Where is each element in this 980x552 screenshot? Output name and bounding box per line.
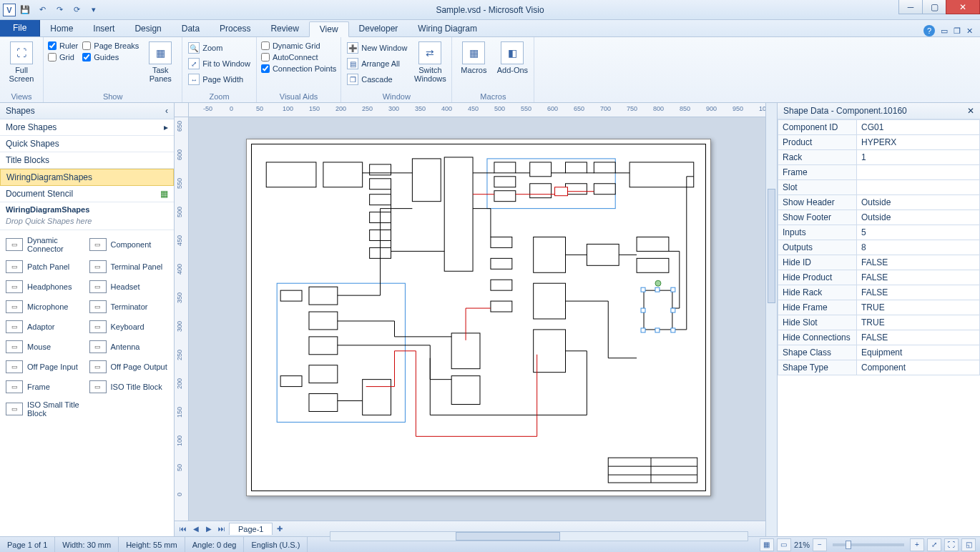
macro-record-icon[interactable]: ▦: [760, 538, 774, 551]
drawing-page[interactable]: [246, 139, 711, 496]
prev-page-button[interactable]: ◀: [190, 523, 202, 535]
shape-item[interactable]: ▭Terminal Panel: [89, 260, 169, 273]
data-value[interactable]: Outside: [857, 195, 980, 210]
shape-item[interactable]: ▭Headphones: [6, 280, 85, 293]
data-value[interactable]: TRUE: [857, 300, 980, 315]
canvas-viewport[interactable]: [189, 117, 765, 521]
cascade-button[interactable]: ❒Cascade: [346, 73, 408, 86]
h-scrollbar[interactable]: [330, 531, 748, 541]
data-value[interactable]: 5: [857, 225, 980, 240]
data-row[interactable]: Hide SlotTRUE: [778, 315, 980, 330]
maximize-button[interactable]: ▢: [922, 0, 946, 14]
ribbon-close-icon[interactable]: ✕: [966, 26, 973, 36]
data-value[interactable]: 8: [857, 240, 980, 255]
connection-points-checkbox[interactable]: Connection Points: [261, 64, 336, 73]
guides-checkbox[interactable]: Guides: [82, 53, 139, 61]
data-row[interactable]: Hide RackFALSE: [778, 285, 980, 300]
full-screen-button[interactable]: ⛶ Full Screen: [4, 39, 39, 86]
zoom-level[interactable]: 21%: [794, 541, 810, 549]
data-value[interactable]: CG01: [857, 120, 980, 135]
quick-shapes-row[interactable]: Quick Shapes: [0, 136, 174, 152]
data-value[interactable]: FALSE: [857, 330, 980, 345]
qat-save-icon[interactable]: 💾: [17, 2, 33, 18]
shape-item[interactable]: ▭Frame: [6, 380, 85, 393]
data-row[interactable]: Hide FrameTRUE: [778, 300, 980, 315]
addons-button[interactable]: ◧ Add-Ons: [495, 39, 529, 77]
minimize-button[interactable]: ─: [898, 0, 923, 14]
shape-item[interactable]: ▭ISO Title Block: [89, 380, 169, 393]
tab-home[interactable]: Home: [40, 21, 83, 36]
ruler-checkbox[interactable]: Ruler: [48, 41, 78, 50]
shape-item[interactable]: ▭Microphone: [6, 300, 85, 313]
stencil-edit-icon[interactable]: ▦: [160, 189, 168, 199]
wiring-diagram-shapes-row[interactable]: WiringDiagramShapes: [0, 169, 174, 186]
data-row[interactable]: Hide IDFALSE: [778, 255, 980, 270]
shape-item[interactable]: ▭Off Page Input: [6, 360, 85, 373]
data-value[interactable]: HYPERX: [857, 135, 980, 150]
page-breaks-checkbox[interactable]: Page Breaks: [82, 41, 139, 50]
shape-item[interactable]: ▭Off Page Output: [89, 360, 169, 373]
page-tab[interactable]: Page-1: [229, 523, 273, 535]
data-value[interactable]: 1: [857, 150, 980, 165]
data-value[interactable]: Equipment: [857, 345, 980, 360]
last-page-button[interactable]: ⏭: [216, 523, 227, 535]
shape-item[interactable]: ▭Adaptor: [6, 320, 85, 333]
zoom-in-button[interactable]: +: [910, 538, 924, 551]
shape-item[interactable]: ▭Headset: [89, 280, 169, 293]
data-value[interactable]: [857, 180, 980, 195]
v-scrollbar[interactable]: [765, 103, 777, 536]
data-value[interactable]: FALSE: [857, 255, 980, 270]
tab-insert[interactable]: Insert: [83, 21, 124, 36]
qat-undo-icon[interactable]: ↶: [34, 2, 50, 18]
tab-wiring-diagram[interactable]: Wiring Diagram: [408, 21, 487, 36]
data-row[interactable]: Frame: [778, 165, 980, 180]
presentation-mode-icon[interactable]: ▭: [777, 538, 791, 551]
tab-process[interactable]: Process: [210, 21, 260, 36]
data-row[interactable]: Component IDCG01: [778, 120, 980, 135]
zoom-out-button[interactable]: −: [813, 538, 827, 551]
dynamic-grid-checkbox[interactable]: Dynamic Grid: [261, 41, 336, 50]
tab-file[interactable]: File: [0, 19, 40, 36]
shape-item[interactable]: ▭Patch Panel: [6, 260, 85, 273]
new-page-button[interactable]: ✚: [274, 523, 285, 535]
data-row[interactable]: Outputs8: [778, 240, 980, 255]
close-button[interactable]: ✕: [946, 0, 980, 14]
more-shapes-row[interactable]: More Shapes▸: [0, 119, 174, 136]
macros-button[interactable]: ▦ Macros: [456, 39, 491, 77]
data-row[interactable]: Show HeaderOutside: [778, 195, 980, 210]
close-panel-icon[interactable]: ✕: [967, 106, 974, 116]
canvas[interactable]: -500501001502002503003504004505005506006…: [175, 103, 765, 536]
tab-view[interactable]: View: [309, 21, 349, 37]
document-stencil-row[interactable]: Document Stencil▦: [0, 186, 174, 202]
zoom-button[interactable]: 🔍Zoom: [187, 41, 252, 54]
fit-page-icon[interactable]: ⤢: [927, 538, 941, 551]
switch-windows-button[interactable]: ⇄ Switch Windows: [413, 39, 447, 86]
shape-item[interactable]: ▭Antenna: [89, 340, 169, 353]
tab-review[interactable]: Review: [260, 21, 308, 36]
zoom-slider[interactable]: [833, 543, 904, 546]
data-row[interactable]: Show FooterOutside: [778, 210, 980, 225]
task-panes-button[interactable]: ▦ Task Panes: [143, 39, 177, 86]
arrange-all-button[interactable]: ▤Arrange All: [346, 57, 408, 70]
shape-item[interactable]: ▭Terminator: [89, 300, 169, 313]
shape-item[interactable]: ▭Dynamic Connector: [6, 236, 85, 253]
qat-refresh-icon[interactable]: ⟳: [69, 2, 84, 18]
data-row[interactable]: Hide ConnectionsFALSE: [778, 330, 980, 345]
title-blocks-row[interactable]: Title Blocks: [0, 152, 174, 169]
tab-design[interactable]: Design: [124, 21, 171, 36]
data-value[interactable]: [857, 165, 980, 180]
data-row[interactable]: Rack1: [778, 150, 980, 165]
qat-redo-icon[interactable]: ↷: [52, 2, 67, 18]
data-row[interactable]: Slot: [778, 180, 980, 195]
page-width-button[interactable]: ↔Page Width: [187, 73, 252, 86]
status-language[interactable]: English (U.S.): [244, 537, 308, 552]
shape-item[interactable]: ▭Mouse: [6, 340, 85, 353]
first-page-button[interactable]: ⏮: [177, 523, 189, 535]
fit-to-window-button[interactable]: ⤢Fit to Window: [187, 57, 252, 70]
data-row[interactable]: Hide ProductFALSE: [778, 270, 980, 285]
data-row[interactable]: ProductHYPERX: [778, 135, 980, 150]
data-value[interactable]: TRUE: [857, 315, 980, 330]
collapse-icon[interactable]: ‹: [165, 106, 168, 116]
status-page[interactable]: Page 1 of 1: [0, 537, 55, 552]
new-window-button[interactable]: ➕New Window: [346, 41, 408, 54]
